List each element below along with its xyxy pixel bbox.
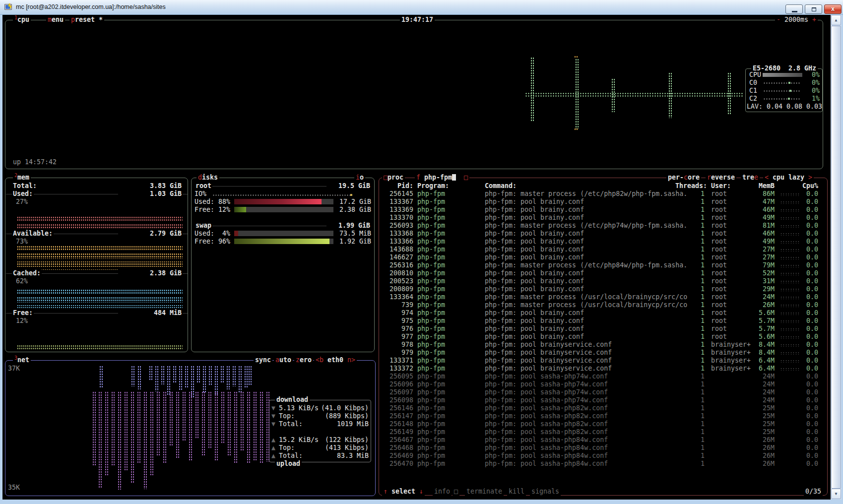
upload-label: upload <box>275 460 302 468</box>
kill-button[interactable]: kill <box>507 488 526 496</box>
interval-value: 2000ms <box>784 16 808 23</box>
download-arrow-icon: ▼ <box>271 412 275 420</box>
tab-cpu[interactable]: 1cpu <box>13 16 31 24</box>
header-program[interactable]: Program: <box>417 182 449 190</box>
header-command[interactable]: Command: <box>485 182 517 190</box>
uptime: up 14:57:42 <box>13 158 57 166</box>
menu-button[interactable]: menu <box>46 16 65 24</box>
scrollbar-thumb[interactable] <box>831 26 841 489</box>
tab-proc[interactable]: □proc <box>382 174 405 182</box>
signals-button[interactable]: signals <box>530 488 561 496</box>
process-row[interactable]: 256097 php-fpm php-fpm: pool sasha-php74… <box>380 388 826 396</box>
process-row[interactable]: 256146 php-fpm php-fpm: pool sasha-php82… <box>380 404 826 412</box>
close-button[interactable]: x <box>824 4 842 14</box>
process-row[interactable]: 133371 php-fpm php-fpm: pool brainyservi… <box>380 357 826 365</box>
terminal-scrollbar[interactable]: ▲ ▼ <box>831 15 842 500</box>
process-row[interactable]: 200809 php-fpm php-fpm: pool brainy.conf… <box>380 285 826 293</box>
process-row[interactable]: 133369 php-fpm php-fpm: pool brainy.conf… <box>380 206 826 214</box>
process-row[interactable]: 133366 php-fpm php-fpm: pool brainy.conf… <box>380 238 826 246</box>
process-row[interactable]: 974 php-fpm php-fpm: pool brainy.conf 1 … <box>380 309 826 317</box>
io-button[interactable]: io <box>354 174 365 182</box>
process-command: php-fpm: pool brainyservice.conf <box>485 357 612 365</box>
header-user[interactable]: User: <box>711 182 731 190</box>
process-row[interactable]: 256470 php-fpm php-fpm: pool sasha-php84… <box>380 460 826 468</box>
process-row[interactable]: 975 php-fpm php-fpm: pool brainy.conf 1 … <box>380 317 826 325</box>
process-row[interactable]: 256147 php-fpm php-fpm: pool sasha-php82… <box>380 412 826 420</box>
process-row[interactable]: 739 php-fpm php-fpm: master process (/us… <box>380 301 826 309</box>
process-row[interactable]: 256093 php-fpm php-fpm: master process (… <box>380 222 826 230</box>
maximize-button[interactable] <box>805 4 822 14</box>
process-row[interactable]: 256148 php-fpm php-fpm: pool sasha-php82… <box>380 420 826 428</box>
reverse-button[interactable]: reverse <box>706 174 736 182</box>
core1-marker <box>789 90 791 92</box>
net-upload-column <box>266 391 270 462</box>
process-row[interactable]: 200810 php-fpm php-fpm: pool brainy.conf… <box>380 269 826 277</box>
process-cpu: 0.0 <box>787 365 818 373</box>
process-mem: 27M <box>732 246 775 253</box>
process-row[interactable]: 133364 php-fpm php-fpm: master process (… <box>380 293 826 301</box>
clock: 19:47:17 <box>400 16 435 24</box>
process-threads: 1 <box>676 452 705 460</box>
percore-button[interactable]: per-core <box>666 174 701 182</box>
process-threads: 1 <box>676 246 705 253</box>
process-row[interactable]: 977 php-fpm php-fpm: pool brainy.conf 1 … <box>380 333 826 341</box>
process-row[interactable]: 143688 php-fpm php-fpm: pool brainy.conf… <box>380 246 826 253</box>
info-button[interactable]: info <box>433 488 452 496</box>
header-mem[interactable]: MemB <box>730 182 775 190</box>
process-row[interactable]: 133368 php-fpm php-fpm: pool brainy.conf… <box>380 230 826 238</box>
process-row[interactable]: 133370 php-fpm php-fpm: pool brainy.conf… <box>380 214 826 222</box>
process-row[interactable]: 979 php-fpm php-fpm: pool brainyservice.… <box>380 349 826 357</box>
process-row[interactable]: 256096 php-fpm php-fpm: pool sasha-php74… <box>380 380 826 388</box>
net-sync-button[interactable]: sync <box>254 356 272 364</box>
process-row[interactable]: 976 php-fpm php-fpm: pool brainy.conf 1 … <box>380 325 826 333</box>
scroll-down-button[interactable]: ▼ <box>831 489 841 499</box>
process-row[interactable]: 256469 php-fpm php-fpm: pool sasha-php84… <box>380 452 826 460</box>
process-cpu: 0.0 <box>787 412 818 420</box>
process-row[interactable]: 256098 php-fpm php-fpm: pool sasha-php74… <box>380 396 826 404</box>
process-pid: 256149 <box>380 428 413 436</box>
process-row[interactable]: 256095 php-fpm php-fpm: pool sasha-php74… <box>380 373 826 380</box>
minimize-button[interactable] <box>785 4 803 14</box>
tab-mem[interactable]: 2mem <box>13 174 31 182</box>
header-threads[interactable]: Threads: <box>672 182 707 190</box>
process-threads: 1 <box>676 285 705 293</box>
process-row[interactable]: 133372 php-fpm php-fpm: pool brainyservi… <box>380 365 826 373</box>
tab-net[interactable]: 3net <box>13 356 31 364</box>
process-threads: 1 <box>676 388 705 396</box>
window-titlebar[interactable]: ϟ mc [root@a202.itdeveloper.com.ua]:/hom… <box>0 0 843 15</box>
process-row[interactable]: 978 php-fpm php-fpm: pool brainyservice.… <box>380 341 826 349</box>
mem-used-meter <box>17 216 183 229</box>
net-zero-button[interactable]: zero <box>294 356 313 364</box>
process-mem: 26M <box>732 452 775 460</box>
header-pid[interactable]: Pid: <box>380 182 413 190</box>
process-row[interactable]: 256467 php-fpm php-fpm: pool sasha-php84… <box>380 436 826 444</box>
net-interface-selector[interactable]: <b eth0 n> <box>314 356 357 364</box>
net-upload-column <box>111 391 115 466</box>
process-row[interactable]: 256149 php-fpm php-fpm: pool sasha-php82… <box>380 428 826 436</box>
process-row[interactable]: 256145 php-fpm php-fpm: master process (… <box>380 190 826 198</box>
net-auto-button[interactable]: auto <box>274 356 293 364</box>
process-row[interactable]: 146627 php-fpm php-fpm: pool brainy.conf… <box>380 253 826 261</box>
process-command: php-fpm: pool brainy.conf <box>485 285 584 293</box>
process-row[interactable]: 256468 php-fpm php-fpm: pool sasha-php84… <box>380 444 826 452</box>
proc-filter[interactable]: f php-fpm □ <box>415 174 469 182</box>
process-cpu: 0.0 <box>787 333 818 341</box>
sort-selector[interactable]: < cpu lazy > <box>763 174 814 182</box>
process-command: php-fpm: pool brainyservice.conf <box>485 365 612 373</box>
process-program: php-fpm <box>417 404 445 412</box>
header-cpu[interactable]: Cpu% <box>787 182 818 190</box>
process-mem: 29M <box>732 285 775 293</box>
process-row[interactable]: 200523 php-fpm php-fpm: pool brainy.conf… <box>380 277 826 285</box>
interval-control[interactable]: - 2000ms + <box>775 16 818 24</box>
process-row[interactable]: 133367 php-fpm php-fpm: pool brainy.conf… <box>380 198 826 206</box>
proc-select-control[interactable]: ↑ select ↓ <box>382 488 425 496</box>
process-program: php-fpm <box>417 246 445 253</box>
process-row[interactable]: 256316 php-fpm php-fpm: master process (… <box>380 261 826 269</box>
preset-button[interactable]: preset * <box>69 16 104 24</box>
tree-button[interactable]: tree <box>741 174 760 182</box>
process-command: php-fpm: pool brainyservice.conf <box>485 341 612 349</box>
tab-disks[interactable]: disks <box>196 174 219 182</box>
terminate-button[interactable]: terminate <box>465 488 504 496</box>
process-threads: 1 <box>676 444 705 452</box>
scroll-up-button[interactable]: ▲ <box>831 15 841 25</box>
